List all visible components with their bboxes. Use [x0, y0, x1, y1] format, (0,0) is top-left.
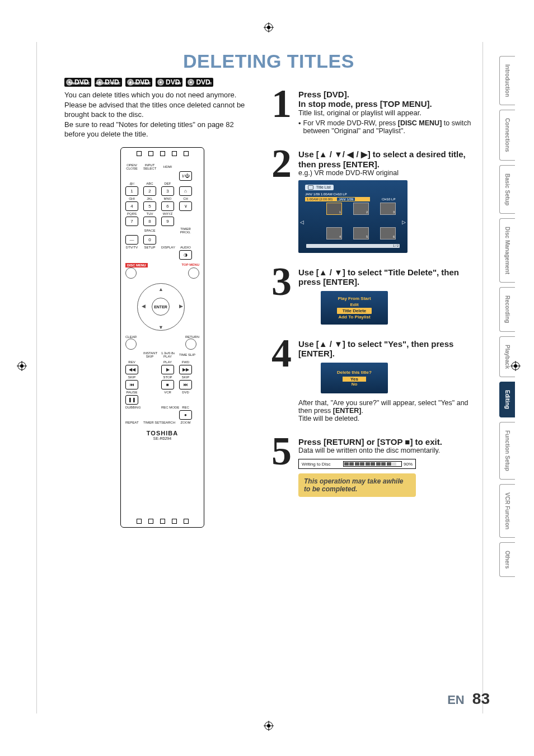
screen-header: Title List	[305, 185, 334, 190]
svg-point-3	[267, 26, 270, 29]
disc-badge: DVD-R VIDEO MODE	[125, 78, 152, 87]
tab-playback[interactable]: Playback	[499, 336, 515, 377]
step-number: 5	[271, 437, 292, 497]
step-bullet: For VR mode DVD-RW, press [DISC MENU] to…	[303, 119, 471, 135]
svg-point-11	[20, 364, 24, 368]
tab-vcr-function[interactable]: VCR Function	[499, 484, 515, 538]
step-3: 3 Use [▲ / ▼] to select "Title Delete", …	[271, 267, 479, 325]
tab-recording[interactable]: Recording	[499, 287, 515, 331]
thumbnail-cell: 4	[326, 227, 342, 240]
thumbnail-cell: 1	[326, 203, 342, 215]
footer-page: 83	[472, 690, 490, 707]
tab-others[interactable]: Others	[499, 542, 515, 577]
section-tabs: IntroductionConnectionsBasic SetupDisc M…	[499, 56, 515, 577]
disc-badge: DVD+RW	[156, 78, 182, 87]
write-label: Writing to Disc	[302, 462, 330, 467]
crop-mark-top	[264, 22, 274, 32]
menu-item: Play From Start	[338, 295, 371, 302]
disc-badge: DVD-RW VIDEO MODE	[95, 78, 121, 87]
thumbnail-cell: 2	[353, 203, 369, 215]
menu-item: Edit	[350, 302, 358, 308]
disc-badge: DVD-RW VR MODE	[64, 78, 91, 87]
step-line: Data will be written onto the disc momen…	[298, 447, 479, 454]
step-after2: Title will be deleted.	[298, 415, 479, 422]
remote-control-illustration: OPEN/ CLOSEINPUT SELECTHDMII/⏻.@/:ABCDEF…	[120, 147, 221, 539]
tab-basic-setup[interactable]: Basic Setup	[499, 165, 515, 214]
tab-disc-management[interactable]: Disc Management	[499, 218, 515, 283]
crop-mark-bottom	[264, 721, 274, 733]
step-title: Press [DVD].	[298, 90, 479, 99]
confirm-screen: Delete this title? Yes No	[321, 363, 388, 393]
thumbnail-cell: 6	[380, 227, 396, 240]
write-pct: 90%	[404, 462, 413, 467]
page: DELETING TITLES DVD-RW VR MODEDVD-RW VID…	[36, 36, 501, 719]
step-1: 1 Press [DVD]. In stop mode, press [TOP …	[271, 90, 479, 135]
screen-sub: JAN/ 1/09 1:00AM CH10 LP	[305, 192, 347, 196]
tab-connections[interactable]: Connections	[499, 110, 515, 161]
confirm-yes: Yes	[343, 377, 366, 382]
step-2: 2 Use [▲ / ▼/ ◀ / ▶] to select a desired…	[271, 149, 479, 253]
page-footer: EN 83	[447, 690, 490, 708]
margin-line-left	[36, 42, 37, 713]
title-list-screen: Title List JAN/ 1/09 1:00AM CH10 LP 1:00…	[298, 180, 407, 253]
step-line: Title list, original or playlist will ap…	[298, 109, 479, 117]
step-subtitle: In stop mode, press [TOP MENU].	[298, 99, 479, 109]
bullet: •	[298, 119, 301, 135]
tab-introduction[interactable]: Introduction	[499, 56, 515, 105]
thumbnail-cell: 5	[353, 227, 369, 240]
thumbnail-cell: 3	[380, 203, 396, 215]
page-indicator: 1 / 2	[393, 244, 399, 247]
confirm-question: Delete this title?	[337, 370, 372, 375]
step-number: 4	[271, 339, 292, 422]
step-4: 4 Use [▲ / ▼] to select "Yes", then pres…	[271, 339, 479, 422]
menu-item: Add To Playlist	[338, 314, 370, 320]
step-title: Use [▲ / ▼] to select "Yes", then press …	[298, 339, 479, 358]
step-number: 1	[271, 90, 292, 135]
page-title: DELETING TITLES	[36, 50, 501, 72]
svg-point-7	[267, 724, 270, 727]
warning-box: This operation may take awhile to be com…	[298, 473, 416, 497]
intro-text: You can delete titles which you do not n…	[64, 90, 249, 139]
confirm-no: No	[352, 382, 358, 387]
intro-line: Please be advised that the titles once d…	[64, 100, 249, 120]
tab-function-setup[interactable]: Function Setup	[499, 422, 515, 480]
step-after: After that, "Are you sure?" will appear,…	[298, 399, 469, 415]
step-title: Press [RETURN] or [STOP ■] to exit.	[298, 437, 479, 447]
margin-line-right	[483, 42, 483, 713]
progress-bar	[343, 461, 402, 467]
tab-editing[interactable]: Editing	[499, 382, 515, 417]
step-title: Use [▲ / ▼] to select "Title Delete", th…	[298, 267, 479, 287]
writing-progress: Writing to Disc 90%	[298, 459, 416, 469]
step-number: 3	[271, 267, 292, 325]
intro-line: You can delete titles which you do not n…	[64, 90, 249, 100]
menu-item: Title Delete	[337, 308, 372, 314]
instruction-steps: 1 Press [DVD]. In stop mode, press [TOP …	[271, 90, 479, 511]
crop-mark-left	[17, 361, 27, 371]
footer-lang: EN	[447, 693, 465, 707]
screen-highlight: 1:00AM (2:00:00) JAN/ 1/09 CH10 LP	[305, 197, 370, 201]
step-title: Use [▲ / ▼/ ◀ / ▶] to select a desired t…	[298, 149, 479, 169]
step-number: 2	[271, 149, 292, 253]
disc-badge: DVD+R	[186, 78, 213, 87]
step-5: 5 Press [RETURN] or [STOP ■] to exit. Da…	[271, 437, 479, 497]
thumbnail-grid: 123456	[326, 203, 397, 240]
step-eg: e.g.) VR mode DVD-RW original	[298, 169, 479, 177]
menu-screen: Play From StartEditTitle DeleteAdd To Pl…	[321, 291, 388, 325]
intro-line: Be sure to read "Notes for deleting titl…	[64, 120, 249, 139]
